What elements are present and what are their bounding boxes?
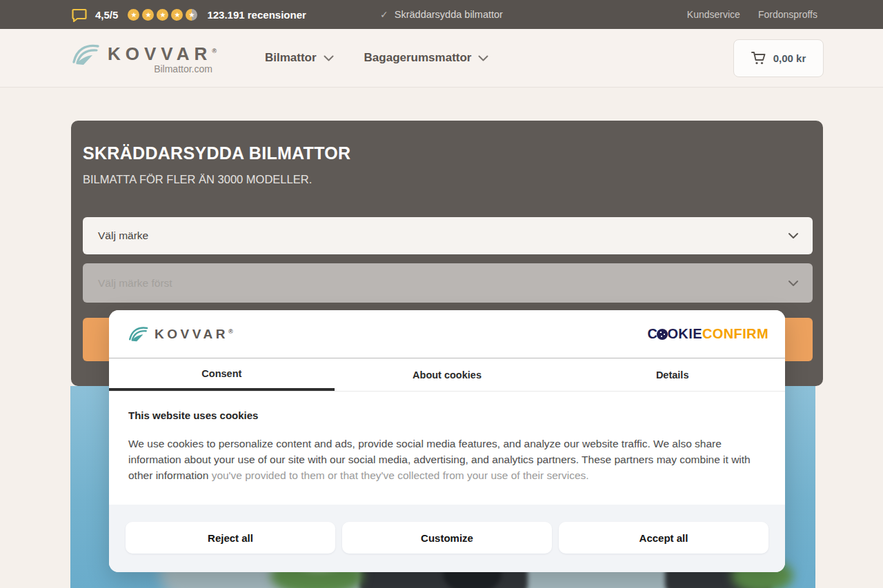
accept-all-button[interactable]: Accept all xyxy=(559,522,768,554)
dialog-header: KOVVAR® C OKIE CONFIRM xyxy=(109,310,785,358)
cookieconfirm-okie: OKIE xyxy=(667,326,702,342)
chevron-down-icon xyxy=(788,232,799,239)
star-rating: ★ ★ ★ ★ ★ xyxy=(128,9,197,21)
chevron-down-icon xyxy=(324,55,334,61)
cart-total: 0,00 kr xyxy=(773,52,806,64)
site-header: KOVVAR® Bilmattor.com Bilmattor Bagageru… xyxy=(0,29,883,88)
dialog-footer: Reject all Customize Accept all xyxy=(109,505,785,572)
reviews-count: 123.191 recensioner xyxy=(207,9,306,21)
cookie-consent-dialog: KOVVAR® C OKIE CONFIRM Consent About coo… xyxy=(109,310,785,572)
chevron-down-icon xyxy=(478,55,488,61)
dialog-kovvar-logo: KOVVAR® xyxy=(128,325,233,343)
star-icon: ★ xyxy=(128,9,139,21)
logo-domain: Bilmattor.com xyxy=(154,63,212,74)
top-bar: 4,5/5 ★ ★ ★ ★ ★ 123.191 recensioner ✓ Sk… xyxy=(0,0,883,29)
star-icon: ★ xyxy=(171,9,183,21)
cookies-description: We use cookies to personalize content an… xyxy=(128,436,760,483)
cookieconfirm-confirm: CONFIRM xyxy=(702,326,768,342)
rating-summary: 4,5/5 ★ ★ ★ ★ ★ 123.191 recensioner xyxy=(72,8,306,21)
cookieconfirm-logo: C OKIE CONFIRM xyxy=(648,326,768,342)
tab-about-cookies[interactable]: About cookies xyxy=(335,358,560,391)
dialog-logo-wordmark: KOVVAR® xyxy=(155,327,233,342)
kovvar-swoosh-icon xyxy=(72,41,101,68)
topbar-links: Kundservice Fordonsproffs xyxy=(687,9,817,20)
reject-all-button[interactable]: Reject all xyxy=(126,522,335,554)
nav-bagagerumsmattor[interactable]: Bagagerumsmattor xyxy=(364,51,489,65)
kovvar-swoosh-icon xyxy=(128,325,149,343)
cart-button[interactable]: 0,00 kr xyxy=(733,39,824,77)
tab-details[interactable]: Details xyxy=(559,358,785,391)
cart-icon xyxy=(751,51,766,65)
logo-wordmark: KOVVAR® xyxy=(108,41,217,63)
customize-button[interactable]: Customize xyxy=(342,522,552,554)
star-icon: ★ xyxy=(142,9,154,21)
cookie-icon xyxy=(657,329,668,340)
tab-consent[interactable]: Consent xyxy=(109,358,335,391)
star-icon: ★ xyxy=(157,9,168,21)
dialog-body: This website uses cookies We use cookies… xyxy=(109,392,785,483)
nav-bilmattor[interactable]: Bilmattor xyxy=(265,51,334,65)
brand-select-value: Välj märke xyxy=(98,230,148,242)
review-bubble-icon xyxy=(72,8,87,21)
half-star-icon: ★ xyxy=(186,9,197,21)
kovvar-logo[interactable]: KOVVAR® Bilmattor.com xyxy=(72,41,217,75)
brand-select[interactable]: Välj märke xyxy=(83,217,813,254)
rating-value: 4,5/5 xyxy=(95,9,118,21)
link-fordonsproffs[interactable]: Fordonsproffs xyxy=(758,9,817,20)
registered-mark: ® xyxy=(212,48,217,54)
link-kundservice[interactable]: Kundservice xyxy=(687,9,740,20)
registered-mark: ® xyxy=(228,327,233,334)
chevron-down-icon xyxy=(788,280,799,287)
dialog-tabs: Consent About cookies Details xyxy=(109,358,785,392)
hero-subtitle: BILMATTA FÖR FLER ÄN 3000 MODELLER. xyxy=(83,173,813,186)
model-select-placeholder: Välj märke först xyxy=(98,277,172,290)
hero-title: SKRÄDDARSYDDA BILMATTOR xyxy=(83,143,813,163)
main-nav: Bilmattor Bagagerumsmattor xyxy=(265,51,489,65)
usp-tagline: ✓ Skräddarsydda bilmattor xyxy=(380,9,503,20)
cookies-heading: This website uses cookies xyxy=(128,409,766,421)
model-select-disabled: Välj märke först xyxy=(83,263,813,303)
cookieconfirm-c: C xyxy=(648,326,658,342)
checkmark-icon: ✓ xyxy=(380,9,388,20)
usp-text: Skräddarsydda bilmattor xyxy=(395,9,503,20)
